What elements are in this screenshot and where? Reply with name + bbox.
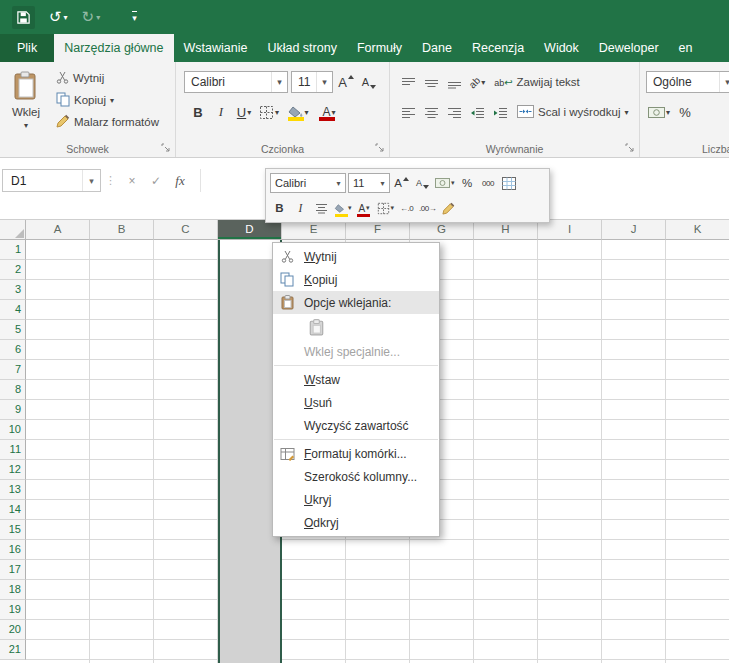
- row-header-1[interactable]: 1: [0, 240, 26, 260]
- column-header-A[interactable]: A: [26, 220, 90, 240]
- row-header-9[interactable]: 9: [0, 400, 26, 420]
- copy-button[interactable]: Kopiuj ▾: [52, 89, 163, 111]
- tab-en[interactable]: en: [669, 34, 703, 62]
- column-header-C[interactable]: C: [154, 220, 218, 240]
- row-header-4[interactable]: 4: [0, 300, 26, 320]
- clipboard-dialog-launcher-icon[interactable]: [161, 143, 172, 154]
- align-top-icon[interactable]: [398, 71, 418, 93]
- bold-button[interactable]: B: [188, 101, 208, 123]
- column-header-D-selected[interactable]: D: [218, 220, 282, 240]
- tab-dane[interactable]: Dane: [412, 34, 462, 62]
- mini-increase-font-icon[interactable]: A: [392, 173, 411, 193]
- column-header-H[interactable]: H: [474, 220, 538, 240]
- row-header-7[interactable]: 7: [0, 360, 26, 380]
- row-header-18[interactable]: 18: [0, 580, 26, 600]
- wrap-text-button[interactable]: ab↩ Zawijaj tekst: [490, 71, 584, 93]
- increase-font-size-icon[interactable]: A: [336, 71, 356, 93]
- align-bottom-icon[interactable]: [444, 71, 464, 93]
- increase-indent-icon[interactable]: [490, 101, 510, 123]
- decrease-font-size-icon[interactable]: A: [359, 71, 379, 93]
- cut-button[interactable]: Wytnij: [52, 67, 163, 89]
- row-header-12[interactable]: 12: [0, 460, 26, 480]
- context-menu-item-format-cells[interactable]: Formatuj komórki...: [273, 442, 439, 465]
- mini-format-painter-icon[interactable]: [439, 198, 458, 218]
- merge-center-button[interactable]: Scal i wyśrodkuj ▾: [513, 101, 632, 123]
- accounting-format-icon[interactable]: ▾: [646, 101, 672, 123]
- mini-increase-decimal-icon[interactable]: ←.0: [397, 198, 416, 218]
- alignment-dialog-launcher-icon[interactable]: [625, 143, 636, 154]
- column-header-K[interactable]: K: [666, 220, 729, 240]
- customize-quick-access-icon[interactable]: ▾: [132, 11, 137, 23]
- row-header-17[interactable]: 17: [0, 560, 26, 580]
- row-header-13[interactable]: 13: [0, 480, 26, 500]
- row-header-6[interactable]: 6: [0, 340, 26, 360]
- context-menu-item-clear-contents[interactable]: Wyczyść zawartość: [273, 414, 439, 437]
- column-header-F[interactable]: F: [346, 220, 410, 240]
- font-size-combo[interactable]: 11 ▾: [291, 71, 333, 93]
- align-middle-icon[interactable]: [421, 71, 441, 93]
- tab-recenzja[interactable]: Recenzja: [462, 34, 534, 62]
- context-menu-item-unhide[interactable]: Odkryj: [273, 511, 439, 534]
- enter-icon[interactable]: ✓: [146, 171, 166, 191]
- align-right-icon[interactable]: [444, 101, 464, 123]
- row-header-11[interactable]: 11: [0, 440, 26, 460]
- font-color-icon[interactable]: A ▾: [315, 101, 343, 123]
- align-left-icon[interactable]: [398, 101, 418, 123]
- context-menu-item-hide[interactable]: Ukryj: [273, 488, 439, 511]
- context-menu-item-copy[interactable]: Kopiuj: [273, 268, 439, 291]
- row-header-21[interactable]: 21: [0, 640, 26, 660]
- mini-table-format-icon[interactable]: [500, 173, 519, 193]
- formula-bar-grip-icon[interactable]: ⋮: [105, 174, 116, 187]
- font-dialog-launcher-icon[interactable]: [375, 143, 386, 154]
- undo-icon[interactable]: ↺▾: [49, 8, 68, 26]
- row-header-16[interactable]: 16: [0, 540, 26, 560]
- column-header-I[interactable]: I: [538, 220, 602, 240]
- row-header-19[interactable]: 19: [0, 600, 26, 620]
- row-header-5[interactable]: 5: [0, 320, 26, 340]
- mini-font-color-icon[interactable]: A ▾: [355, 198, 374, 218]
- select-all-corner[interactable]: [0, 220, 26, 240]
- align-center-icon[interactable]: [421, 101, 441, 123]
- column-header-B[interactable]: B: [90, 220, 154, 240]
- mini-comma-style-icon[interactable]: 000: [479, 173, 498, 193]
- number-format-combo[interactable]: Ogólne ▾: [646, 71, 729, 93]
- row-header-15[interactable]: 15: [0, 520, 26, 540]
- tab-widok[interactable]: Widok: [534, 34, 589, 62]
- mini-percent-style-icon[interactable]: %: [458, 173, 477, 193]
- mini-accounting-format-icon[interactable]: ▾: [434, 173, 456, 193]
- row-header-20[interactable]: 20: [0, 620, 26, 640]
- underline-button[interactable]: U▾: [234, 101, 254, 123]
- context-menu-item-cut[interactable]: Wytnij: [273, 245, 439, 268]
- font-name-combo[interactable]: Calibri ▾: [184, 71, 288, 93]
- redo-icon[interactable]: ↻▾: [82, 8, 101, 26]
- row-header-8[interactable]: 8: [0, 380, 26, 400]
- italic-button[interactable]: I: [211, 101, 231, 123]
- orientation-icon[interactable]: ab▾: [467, 71, 487, 93]
- mini-decrease-font-icon[interactable]: A: [413, 173, 432, 193]
- cancel-icon[interactable]: ×: [122, 171, 142, 191]
- context-menu-item-delete[interactable]: Usuń: [273, 391, 439, 414]
- tab-narzedzia-glowne[interactable]: Narzędzia główne: [54, 34, 173, 62]
- mini-bold-button[interactable]: B: [270, 198, 289, 218]
- mini-font-size-combo[interactable]: 11▾: [348, 173, 390, 193]
- mini-italic-button[interactable]: I: [291, 198, 310, 218]
- paste-dropdown-icon[interactable]: ▾: [24, 121, 28, 130]
- column-header-G[interactable]: G: [410, 220, 474, 240]
- borders-icon[interactable]: ▾: [257, 101, 281, 123]
- row-header-14[interactable]: 14: [0, 500, 26, 520]
- format-painter-button[interactable]: Malarz formatów: [52, 111, 163, 133]
- percent-style-icon[interactable]: %: [675, 101, 695, 123]
- tab-wstawianie[interactable]: Wstawianie: [174, 34, 258, 62]
- context-menu-item-column-width[interactable]: Szerokość kolumny...: [273, 465, 439, 488]
- column-header-J[interactable]: J: [602, 220, 666, 240]
- row-header-10[interactable]: 10: [0, 420, 26, 440]
- paste-button[interactable]: Wklej ▾: [4, 66, 48, 150]
- mini-center-align-icon[interactable]: [312, 198, 331, 218]
- copy-dropdown-icon[interactable]: ▾: [110, 96, 114, 105]
- mini-fill-color-icon[interactable]: ▾: [333, 198, 353, 218]
- fill-color-icon[interactable]: ▾: [284, 101, 312, 123]
- tab-formuly[interactable]: Formuły: [347, 34, 412, 62]
- context-menu-item-insert[interactable]: Wstaw: [273, 368, 439, 391]
- decrease-indent-icon[interactable]: [467, 101, 487, 123]
- tab-plik[interactable]: Plik: [0, 34, 54, 62]
